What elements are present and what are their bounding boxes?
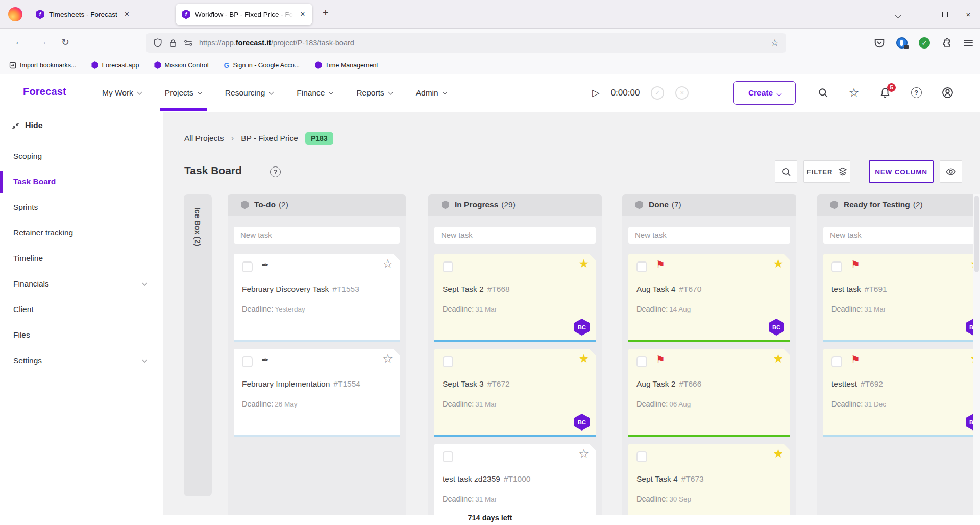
- user-avatar-icon[interactable]: [941, 87, 953, 99]
- task-card[interactable]: ✒ ☆ February Discovery Task#T1553 Deadli…: [234, 254, 400, 342]
- extension-check-icon[interactable]: ✓: [919, 37, 930, 49]
- star-icon[interactable]: ★: [773, 353, 783, 365]
- timer-check-icon[interactable]: ✓: [651, 86, 664, 100]
- star-icon[interactable]: ☆: [382, 258, 393, 270]
- puzzle-extensions-icon[interactable]: [941, 37, 952, 49]
- task-card[interactable]: ☆ test task zd2359#T1000 Deadline:31 Mar: [434, 444, 596, 515]
- task-checkbox[interactable]: [242, 356, 253, 367]
- sidebar-item-timeline[interactable]: Timeline: [0, 246, 162, 271]
- star-icon[interactable]: ★: [578, 353, 589, 365]
- timer-cancel-icon[interactable]: ×: [675, 86, 689, 100]
- assignee-avatar[interactable]: BC: [574, 414, 590, 431]
- bookmark-import[interactable]: Import bookmarks...: [9, 62, 76, 69]
- vertical-scrollbar[interactable]: [973, 194, 980, 515]
- sidebar-hide-button[interactable]: Hide: [11, 121, 43, 130]
- eye-visibility-button[interactable]: [940, 160, 962, 183]
- task-checkbox[interactable]: [831, 261, 842, 272]
- task-card[interactable]: ⚑ ★ testtest#T692 Deadline:31 Dec BC: [823, 349, 980, 437]
- assignee-avatar[interactable]: BC: [574, 319, 590, 336]
- forecast-logo[interactable]: Forecast: [23, 86, 66, 98]
- column-header[interactable]: Ready for Testing (2): [817, 194, 980, 216]
- breadcrumb-project[interactable]: BP - Fixed Price: [241, 134, 298, 143]
- star-icon[interactable]: ★: [773, 448, 783, 460]
- sidebar-item-sprints[interactable]: Sprints: [0, 195, 162, 220]
- task-checkbox[interactable]: [636, 261, 647, 272]
- bookmark-forecast-app[interactable]: Forecast.app: [91, 61, 139, 69]
- new-task-input[interactable]: [434, 227, 596, 244]
- url-bar[interactable]: https://app.forecast.it/project/P-183/ta…: [146, 33, 786, 53]
- task-card[interactable]: ⚑ ★ test task#T691 Deadline:31 Mar BC: [823, 254, 980, 342]
- bookmark-google-signin[interactable]: G Sign in - Google Acco...: [224, 61, 300, 69]
- nav-admin[interactable]: Admin: [416, 75, 447, 111]
- tab-close-icon[interactable]: ×: [125, 10, 129, 19]
- sidebar-item-client[interactable]: Client: [0, 297, 162, 322]
- nav-resourcing[interactable]: Resourcing: [225, 75, 273, 111]
- tab-workflow-active[interactable]: f Workflow - BP - Fixed Price - Fo ×: [176, 4, 312, 25]
- board-search-button[interactable]: [775, 160, 797, 183]
- lock-icon[interactable]: [169, 39, 177, 47]
- task-checkbox[interactable]: [636, 451, 647, 462]
- task-checkbox[interactable]: [831, 356, 842, 367]
- breadcrumb-all-projects[interactable]: All Projects: [184, 134, 224, 143]
- star-icon[interactable]: ☆: [382, 353, 393, 365]
- new-task-input[interactable]: [823, 227, 980, 244]
- column-header[interactable]: In Progress (29): [428, 194, 602, 216]
- nav-finance[interactable]: Finance: [297, 75, 333, 111]
- sidebar-item-task-board[interactable]: Task Board: [0, 169, 162, 195]
- task-card[interactable]: ✒ ☆ February Implementation#T1554 Deadli…: [234, 349, 400, 437]
- sidebar-item-scoping[interactable]: Scoping: [0, 144, 162, 169]
- create-button[interactable]: Create: [733, 81, 796, 105]
- permissions-icon[interactable]: [184, 39, 193, 47]
- nav-my-work[interactable]: My Work: [102, 75, 141, 111]
- pocket-icon[interactable]: [874, 37, 885, 49]
- sidebar-item-files[interactable]: Files: [0, 322, 162, 348]
- tab-timesheets[interactable]: f Timesheets - Forecast ×: [30, 4, 158, 25]
- star-icon[interactable]: ★: [578, 258, 589, 270]
- star-icon[interactable]: ☆: [578, 448, 589, 460]
- assignee-avatar[interactable]: BC: [769, 319, 784, 336]
- filter-button[interactable]: FILTER: [803, 160, 850, 183]
- back-icon[interactable]: ←: [14, 36, 24, 47]
- nav-projects[interactable]: Projects: [165, 75, 202, 111]
- title-help-icon[interactable]: ?: [270, 166, 281, 177]
- sidebar-item-retainer-tracking[interactable]: Retainer tracking: [0, 220, 162, 246]
- task-card[interactable]: ★ Sept Task 4#T673 Deadline:30 Sep: [628, 444, 790, 515]
- task-card[interactable]: ★ Sept Task 3#T672 Deadline:31 Mar BC: [434, 349, 596, 437]
- column-header[interactable]: To-do (2): [228, 194, 406, 216]
- url-text[interactable]: https://app.forecast.it/project/P-183/ta…: [199, 39, 354, 47]
- new-column-button[interactable]: NEW COLUMN: [869, 160, 934, 183]
- sidebar-item-settings[interactable]: Settings: [0, 348, 162, 373]
- task-checkbox[interactable]: [636, 356, 647, 367]
- bookmark-star-icon[interactable]: ☆: [771, 37, 779, 49]
- timer-play-icon[interactable]: ▷: [592, 87, 600, 99]
- task-card[interactable]: ★ Sept Task 2#T668 Deadline:31 Mar BC: [434, 254, 596, 342]
- new-tab-button[interactable]: +: [323, 7, 329, 19]
- new-task-input[interactable]: [234, 227, 400, 244]
- tab-close-icon[interactable]: ×: [300, 10, 305, 19]
- task-checkbox[interactable]: [443, 356, 453, 367]
- close-window-button[interactable]: ×: [957, 10, 980, 19]
- bookmark-mission-control[interactable]: Mission Control: [154, 61, 208, 69]
- task-checkbox[interactable]: [443, 451, 453, 462]
- task-card[interactable]: ⚑ ★ Aug Task 4#T670 Deadline:14 Aug BC: [628, 254, 790, 342]
- scrollbar-thumb[interactable]: [974, 196, 979, 272]
- star-icon[interactable]: ★: [773, 258, 783, 270]
- task-checkbox[interactable]: [443, 261, 453, 272]
- task-checkbox[interactable]: [242, 261, 253, 272]
- notifications-bell-icon[interactable]: 5: [879, 87, 891, 99]
- search-icon[interactable]: [817, 87, 829, 99]
- help-icon[interactable]: ?: [910, 87, 922, 99]
- column-ice-box-collapsed[interactable]: Ice Box (2): [184, 194, 212, 496]
- new-task-input[interactable]: [628, 227, 790, 244]
- bookmark-time-management[interactable]: Time Management: [315, 61, 378, 69]
- reload-icon[interactable]: ↻: [61, 36, 69, 48]
- nav-reports[interactable]: Reports: [356, 75, 392, 111]
- favorites-star-icon[interactable]: ☆: [848, 87, 860, 99]
- shield-icon[interactable]: [153, 38, 162, 47]
- column-header[interactable]: Done (7): [622, 194, 796, 216]
- password-manager-extension-icon[interactable]: [896, 37, 908, 49]
- menu-hamburger-icon[interactable]: [964, 38, 973, 47]
- sidebar-item-financials[interactable]: Financials: [0, 271, 162, 297]
- minimize-button[interactable]: [910, 10, 933, 19]
- restore-button[interactable]: [933, 10, 957, 19]
